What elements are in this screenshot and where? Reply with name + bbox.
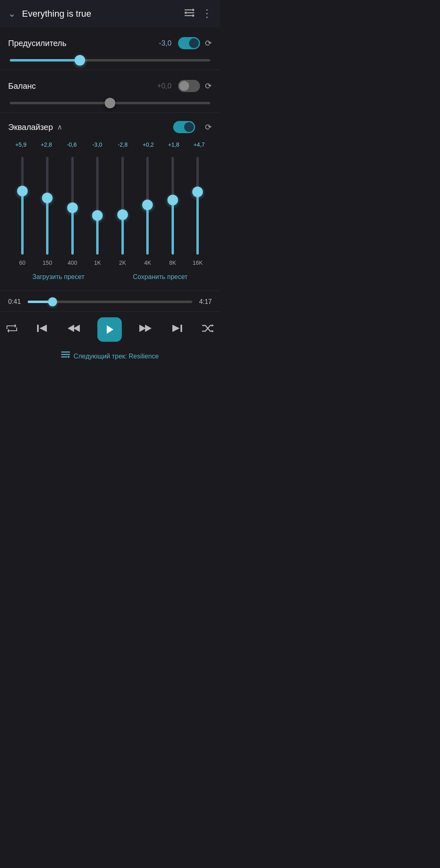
eq-band-400-fill xyxy=(71,208,74,255)
balance-toggle-knob xyxy=(179,81,189,91)
eq-values-row: +5,9 +2,8 -0,6 -3,0 -2,8 +0,2 +1,8 +4,7 xyxy=(8,141,212,148)
svg-marker-10 xyxy=(107,325,113,334)
preamp-slider-knob[interactable] xyxy=(75,55,85,66)
eq-freq-8k: 8K xyxy=(169,259,176,266)
eq-band-16k-track[interactable] xyxy=(196,157,199,255)
svg-marker-16 xyxy=(212,330,213,332)
eq-band-60-knob[interactable] xyxy=(17,186,28,196)
eq-label: Эквалайзер xyxy=(8,123,53,132)
eq-freq-4k: 4K xyxy=(144,259,151,266)
eq-band-16k-fill xyxy=(196,192,199,255)
eq-band-8k-track[interactable] xyxy=(172,157,174,255)
svg-marker-7 xyxy=(40,325,47,332)
next-track-queue-icon xyxy=(61,352,70,361)
eq-band-150-track[interactable] xyxy=(46,157,48,255)
eq-band-16k-knob[interactable] xyxy=(192,187,203,197)
back-chevron-icon[interactable]: ⌄ xyxy=(8,9,15,19)
eq-band-8k-knob[interactable] xyxy=(167,195,178,205)
eq-band-400-track[interactable] xyxy=(71,157,74,255)
eq-band-4k-track[interactable] xyxy=(146,157,149,255)
svg-point-3 xyxy=(185,11,187,14)
header: ⌄ Everything is true ⋮ xyxy=(0,0,220,27)
eq-freq-16k: 16K xyxy=(193,259,203,266)
eq-freq-400: 400 xyxy=(68,259,77,266)
svg-marker-9 xyxy=(73,325,80,332)
load-preset-button[interactable]: Загрузить пресет xyxy=(33,273,85,281)
eq-band-60-fill xyxy=(21,191,24,255)
rewind-button[interactable] xyxy=(65,321,82,338)
settings-filter-icon[interactable] xyxy=(185,9,194,19)
eq-freq-2k: 2K xyxy=(119,259,126,266)
forward-button[interactable] xyxy=(137,321,154,338)
eq-val-400: -0,6 xyxy=(62,141,82,148)
eq-collapse-icon[interactable]: ∧ xyxy=(57,123,62,132)
more-options-icon[interactable]: ⋮ xyxy=(202,7,212,20)
svg-marker-12 xyxy=(145,325,152,332)
preamp-slider-container xyxy=(8,59,212,62)
preamp-value: -3,0 xyxy=(159,39,172,48)
eq-freq-150: 150 xyxy=(43,259,52,266)
player-progress-knob[interactable] xyxy=(48,297,57,306)
svg-rect-17 xyxy=(61,352,70,353)
player-controls xyxy=(0,312,220,346)
svg-rect-6 xyxy=(37,325,39,332)
svg-rect-0 xyxy=(185,9,192,11)
eq-band-4k: 4K xyxy=(137,157,158,266)
eq-reset-icon[interactable]: ⟳ xyxy=(205,122,212,132)
balance-toggle[interactable] xyxy=(178,80,200,92)
svg-rect-18 xyxy=(61,354,70,355)
balance-value: +0,0 xyxy=(157,82,172,90)
page-title: Everything is true xyxy=(22,9,185,19)
repeat-button[interactable] xyxy=(4,321,20,338)
player-total-time: 4:17 xyxy=(198,298,212,305)
preamp-toggle[interactable] xyxy=(178,37,200,49)
eq-band-2k-track[interactable] xyxy=(121,157,124,255)
eq-header: Эквалайзер ∧ ⟳ xyxy=(8,121,212,133)
eq-val-8k: +1,8 xyxy=(163,141,184,148)
preamp-slider[interactable] xyxy=(10,59,210,62)
eq-band-4k-knob[interactable] xyxy=(142,200,153,210)
eq-toggle-knob xyxy=(184,122,194,132)
eq-band-150-knob[interactable] xyxy=(42,193,53,203)
svg-rect-4 xyxy=(185,15,192,16)
eq-toggle[interactable] xyxy=(173,121,195,133)
eq-band-150: 150 xyxy=(37,157,57,266)
svg-point-1 xyxy=(192,9,194,11)
eq-band-1k-knob[interactable] xyxy=(92,210,103,221)
eq-band-400-knob[interactable] xyxy=(67,202,78,213)
preamp-reset-icon[interactable]: ⟳ xyxy=(205,38,212,48)
header-actions: ⋮ xyxy=(185,7,212,20)
eq-val-16k: +4,7 xyxy=(189,141,209,148)
eq-val-60: +5,9 xyxy=(11,141,31,148)
preamp-header: Предусилитель -3,0 ⟳ xyxy=(8,37,212,49)
balance-slider[interactable] xyxy=(10,102,210,104)
eq-band-1k-fill xyxy=(96,215,99,255)
balance-slider-knob[interactable] xyxy=(105,98,115,108)
preamp-label: Предусилитель xyxy=(8,39,159,48)
preamp-toggle-knob xyxy=(189,38,199,48)
eq-band-1k-track[interactable] xyxy=(96,157,99,255)
eq-band-2k-fill xyxy=(121,215,124,255)
eq-band-60-track[interactable] xyxy=(21,157,24,255)
player-progress-track[interactable] xyxy=(28,301,192,303)
eq-val-1k: -3,0 xyxy=(87,141,108,148)
balance-section: Баланс +0,0 ⟳ xyxy=(0,70,220,113)
prev-track-button[interactable] xyxy=(35,321,50,338)
next-track-label: Следующий трек: Resilience xyxy=(73,353,158,360)
eq-band-16k: 16K xyxy=(187,157,208,266)
svg-point-5 xyxy=(192,14,194,17)
next-track-button[interactable] xyxy=(169,321,185,338)
equalizer-section: Эквалайзер ∧ ⟳ +5,9 +2,8 -0,6 -3,0 -2,8 … xyxy=(0,113,220,291)
play-button[interactable] xyxy=(97,317,122,342)
balance-header: Баланс +0,0 ⟳ xyxy=(8,80,212,92)
balance-reset-icon[interactable]: ⟳ xyxy=(205,81,212,91)
preamp-section: Предусилитель -3,0 ⟳ xyxy=(0,27,220,70)
save-preset-button[interactable]: Сохранить пресет xyxy=(133,273,187,281)
svg-rect-19 xyxy=(61,356,68,358)
eq-band-2k-knob[interactable] xyxy=(117,209,128,220)
eq-presets: Загрузить пресет Сохранить пресет xyxy=(8,273,212,281)
svg-marker-20 xyxy=(68,356,70,358)
shuffle-button[interactable] xyxy=(200,321,216,338)
eq-freq-1k: 1K xyxy=(94,259,101,266)
svg-marker-15 xyxy=(212,324,213,327)
